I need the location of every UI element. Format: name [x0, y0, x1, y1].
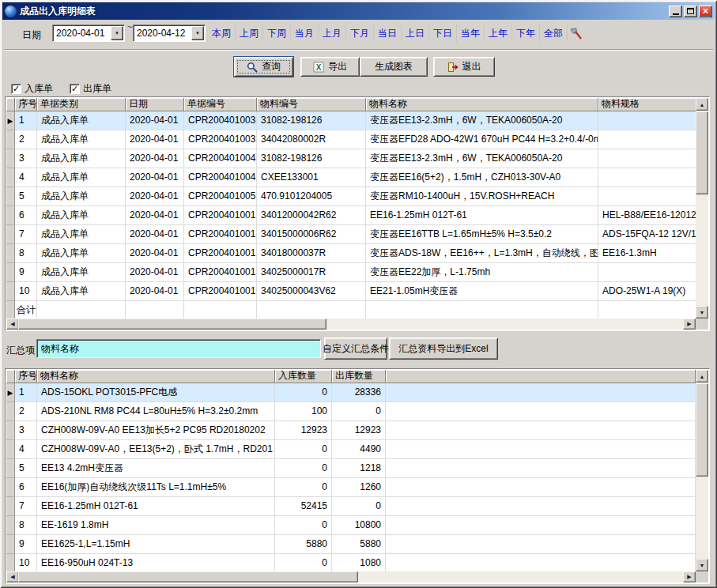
- scrollbar-thumb[interactable]: [18, 571, 358, 582]
- grid-cell: CPR200401001: [184, 244, 257, 263]
- detail-table-row[interactable]: 10成品入库单2020-04-01CPR20040100134025000043…: [6, 282, 696, 301]
- grid-cell: 成品入库单: [37, 225, 126, 244]
- summary-export-excel-label: 汇总资料导出到Excel: [398, 342, 488, 356]
- detail-vertical-scrollbar[interactable]: ▲ ▼: [696, 98, 708, 318]
- scroll-up-icon[interactable]: ▲: [696, 98, 708, 111]
- row-indicator: [6, 421, 15, 440]
- detail-table-row[interactable]: ▶1成品入库单2020-04-01CPR20040100331082-19812…: [6, 111, 696, 130]
- summary-table-row[interactable]: 9EE1625-1,L=1.15mH58805880: [6, 535, 696, 554]
- outbound-checkbox[interactable]: ✓ 出库单: [70, 82, 111, 96]
- quick-link-3[interactable]: 下周: [263, 24, 291, 42]
- quick-link-8[interactable]: 上日: [402, 24, 429, 42]
- grid-cell: 2020-04-01: [126, 206, 184, 225]
- column-header-material-no[interactable]: 物料编号: [257, 98, 366, 111]
- total-label: 合计: [15, 301, 37, 318]
- date-to-select[interactable]: 2020-04-12 ▼: [133, 24, 206, 42]
- summary-horizontal-scrollbar[interactable]: ◀ ▶: [6, 571, 696, 582]
- column-header-outbound-qty[interactable]: 出库数量: [332, 370, 386, 383]
- summary-table-row[interactable]: 6EE16(加厚)自动绕线次级11Ts L=1.1mH±5%01260: [6, 478, 696, 497]
- quick-link-12[interactable]: 下年: [512, 24, 540, 42]
- grid-cell: 变压器ADS-18W，EE16++，L=1.3mH，自动绕线，图纸: [366, 244, 598, 263]
- summary-export-excel-button[interactable]: 汇总资料导出到Excel: [389, 337, 498, 360]
- grid-cell: 变压器EE13-2.3mH，6W，TEKA006050A-20: [366, 111, 598, 130]
- scroll-right-icon[interactable]: ▶: [683, 318, 696, 330]
- row-indicator: [6, 168, 15, 187]
- column-header-doc-no[interactable]: 单据编号: [184, 98, 257, 111]
- summary-table-row[interactable]: ▶1ADS-15OKL POT3015-PFC电感028336: [6, 383, 696, 402]
- summary-table-row[interactable]: 8EE-1619 1.8mH010800: [6, 516, 696, 535]
- exit-button-label: 退出: [462, 60, 481, 74]
- export-button[interactable]: X 导出: [300, 57, 360, 77]
- custom-condition-button[interactable]: 自定义汇总条件: [324, 337, 387, 360]
- inbound-checkbox[interactable]: ✓ 入库单: [11, 82, 53, 96]
- column-header-doc-type[interactable]: 单据类别: [37, 98, 126, 111]
- scroll-left-icon[interactable]: ◀: [6, 571, 19, 582]
- column-header-seq[interactable]: 序号: [15, 370, 37, 383]
- summary-table-row[interactable]: 2ADS-210NL RM8 PC44 L=80uH±5% H=3.2±0.2m…: [6, 402, 696, 421]
- detail-table-row[interactable]: 9成品入库单2020-04-01CPR20040100134025000017R…: [6, 263, 696, 282]
- grid-cell: EE16-1.25mH 012T-61: [37, 497, 275, 516]
- chevron-down-icon[interactable]: ▼: [191, 26, 204, 40]
- quick-link-1[interactable]: 本周: [208, 24, 236, 42]
- grid-cell: [598, 168, 696, 187]
- scroll-down-icon[interactable]: ▼: [696, 559, 708, 571]
- minimize-button[interactable]: [669, 6, 682, 17]
- scroll-down-icon[interactable]: ▼: [696, 306, 708, 318]
- detail-table-row[interactable]: 7成品入库单2020-04-01CPR20040100134015000006R…: [6, 225, 696, 244]
- date-tool-button[interactable]: [565, 24, 586, 43]
- column-header-spec[interactable]: 物料规格: [598, 98, 696, 111]
- quick-link-9[interactable]: 下日: [429, 24, 457, 42]
- column-header-material-name[interactable]: 物料名称: [37, 370, 275, 383]
- generate-chart-button[interactable]: 生成图表: [360, 57, 428, 77]
- detail-table-row[interactable]: 8成品入库单2020-04-01CPR20040100134018000037R…: [6, 244, 696, 263]
- grid-cell: CZH008W-09V-A0 EE13加长5+2 PC95 RD20180202: [37, 421, 275, 440]
- summary-table-row[interactable]: 7EE16-1.25mH 012T-61524150: [6, 497, 696, 516]
- summary-table-row[interactable]: 4CZH008W-09V-A0，EE13(5+2)，卧式 1.7mH，RD201…: [6, 440, 696, 459]
- quick-link-5[interactable]: 上月: [319, 24, 346, 42]
- grid-cell: 12923: [332, 421, 386, 440]
- quick-link-11[interactable]: 上年: [485, 24, 512, 42]
- detail-table-row[interactable]: 4成品入库单2020-04-01CPR200401004CXEE133001变压…: [6, 168, 696, 187]
- date-from-select[interactable]: 2020-04-01 ▼: [52, 24, 125, 42]
- scroll-left-icon[interactable]: ◀: [6, 318, 19, 330]
- chevron-down-icon[interactable]: ▼: [111, 26, 123, 40]
- grid-cell: CPR200401005: [184, 187, 257, 206]
- quick-link-7[interactable]: 当日: [374, 24, 402, 42]
- scroll-right-icon[interactable]: ▶: [683, 571, 696, 582]
- quick-link-6[interactable]: 下月: [346, 24, 374, 42]
- grid-cell: 5: [15, 187, 37, 206]
- summary-field-input[interactable]: [36, 339, 321, 358]
- column-header-date[interactable]: 日期: [126, 98, 184, 111]
- quick-link-2[interactable]: 上周: [236, 24, 263, 42]
- scrollbar-thumb[interactable]: [18, 318, 326, 330]
- grid-cell: 2020-04-01: [126, 149, 184, 168]
- quick-link-13[interactable]: 全部: [540, 24, 568, 42]
- column-header-inbound-qty[interactable]: 入库数量: [275, 370, 332, 383]
- summary-table-row[interactable]: 5EE13 4.2mH变压器01218: [6, 459, 696, 478]
- grid-cell: EE16(加厚)自动绕线次级11Ts L=1.1mH±5%: [37, 478, 275, 497]
- grid-cell: 0: [275, 383, 332, 402]
- detail-table-row[interactable]: 3成品入库单2020-04-01CPR20040100431082-198126…: [6, 149, 696, 168]
- detail-table-row[interactable]: 6成品入库单2020-04-01CPR20040100134012000042R…: [6, 206, 696, 225]
- row-indicator-icon: ▶: [6, 111, 15, 130]
- detail-table-row[interactable]: 2成品入库单2020-04-01CPR20040100334042080002R…: [6, 130, 696, 149]
- exit-button[interactable]: 退出: [433, 57, 495, 77]
- quick-link-4[interactable]: 当月: [291, 24, 319, 42]
- grid-cell: 34015000006R62: [257, 225, 366, 244]
- detail-table-total-row[interactable]: 合计: [6, 301, 696, 318]
- summary-table-row[interactable]: 3CZH008W-09V-A0 EE13加长5+2 PC95 RD2018020…: [6, 421, 696, 440]
- query-button[interactable]: 查询: [234, 57, 293, 77]
- detail-horizontal-scrollbar[interactable]: ◀ ▶: [6, 318, 696, 330]
- scroll-up-icon[interactable]: ▲: [696, 370, 708, 383]
- quick-link-10[interactable]: 当年: [457, 24, 485, 42]
- detail-table-row[interactable]: 5成品入库单2020-04-01CPR200401005470.91012040…: [6, 187, 696, 206]
- close-button[interactable]: ×: [699, 6, 712, 17]
- column-header-material-name[interactable]: 物料名称: [366, 98, 598, 111]
- summary-table-row[interactable]: 10EE16-950uH 024T-1301080: [6, 554, 696, 571]
- scrollbar-thumb[interactable]: [696, 111, 708, 194]
- column-header-seq[interactable]: 序号: [15, 98, 37, 111]
- maximize-button[interactable]: [684, 6, 697, 17]
- titlebar[interactable]: 成品出入库明细表 ×: [2, 2, 715, 20]
- summary-vertical-scrollbar[interactable]: ▲ ▼: [696, 370, 708, 571]
- scrollbar-thumb[interactable]: [696, 383, 708, 477]
